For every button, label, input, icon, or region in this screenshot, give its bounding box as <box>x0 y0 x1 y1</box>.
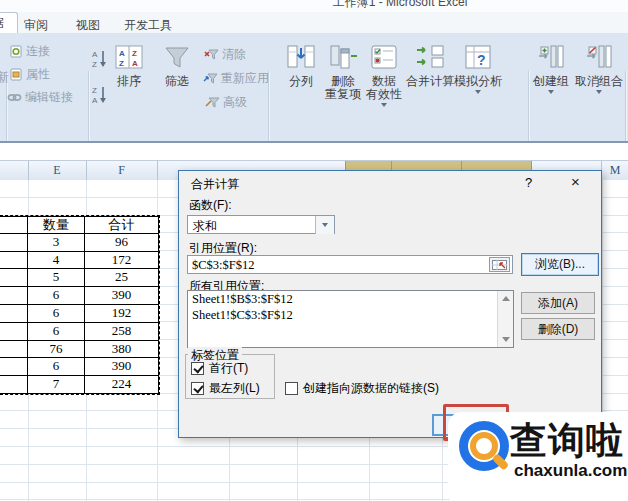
clear-filter-button[interactable]: 清除 <box>204 48 246 61</box>
range-picker-icon <box>492 260 507 270</box>
watermark-brand: 查询啦 <box>510 416 624 466</box>
svg-text:A: A <box>92 96 98 105</box>
watermark-logo: 查询啦 chaxunla.com <box>448 412 628 501</box>
top-row-checkbox[interactable]: 首行(T) <box>191 360 248 377</box>
left-column-label: 最左列(L) <box>209 380 260 397</box>
scroll-down-icon[interactable] <box>502 337 510 342</box>
list-scrollbar[interactable] <box>497 291 513 347</box>
svg-text:A: A <box>92 50 98 59</box>
help-button[interactable]: ? <box>525 175 532 190</box>
reference-list-item[interactable]: Sheet1!$C$3:$F$12 <box>188 307 513 323</box>
sort-ascending-button[interactable]: AZ <box>92 49 108 73</box>
reapply-filter-icon <box>203 72 218 85</box>
scroll-up-icon[interactable] <box>502 296 510 301</box>
top-row-label: 首行(T) <box>209 360 248 377</box>
text-to-columns-button[interactable]: 分列 <box>282 44 320 88</box>
browse-button[interactable]: 浏览(B)... <box>521 253 599 276</box>
collapse-dialog-button[interactable] <box>489 257 510 272</box>
dropdown-arrow-icon <box>475 90 481 94</box>
svg-text:Z: Z <box>119 59 124 68</box>
advanced-filter-icon <box>205 96 220 109</box>
create-links-label: 创建指向源数据的链接(S) <box>303 380 439 397</box>
properties-button[interactable]: 属性 <box>10 68 50 81</box>
selection-marching-ants <box>0 215 160 395</box>
clear-filter-icon <box>204 48 219 61</box>
ribbon-tab-strip: 据 审阅 视图 开发工具 <box>0 12 628 34</box>
ungroup-icon <box>585 44 613 71</box>
connection-icon <box>10 45 23 58</box>
reference-input[interactable]: $C$3:$F$12 <box>187 255 513 274</box>
create-links-checkbox[interactable]: 创建指向源数据的链接(S) <box>285 380 439 397</box>
window-title: 工作簿1 - Microsoft Excel <box>290 0 510 11</box>
svg-text:A: A <box>119 49 125 58</box>
function-dropdown[interactable]: 求和 <box>187 215 335 234</box>
sort-za-icon: ZA <box>92 85 108 105</box>
data-validation-button[interactable]: 数据 有效性 <box>362 44 406 107</box>
add-button[interactable]: 添加(A) <box>521 292 595 314</box>
edit-links-icon <box>7 91 22 104</box>
filter-funnel-icon <box>163 45 191 71</box>
consolidate-icon <box>415 44 445 71</box>
consolidate-dialog: 合并计算 ? × 函数(F): 求和 引用位置(R): $C$3:$F$12 浏… <box>178 170 602 438</box>
data-validation-icon <box>369 44 399 71</box>
remove-duplicates-button[interactable]: 删除 重复项 <box>322 44 364 101</box>
create-group-icon <box>537 44 565 71</box>
checkbox-checked-icon[interactable] <box>191 362 204 375</box>
checkbox-unchecked-icon[interactable] <box>285 382 298 395</box>
advanced-filter-button[interactable]: 高级 <box>205 96 247 109</box>
reference-list-item[interactable]: Sheet1!$B$3:$F$12 <box>188 291 513 307</box>
reference-value: $C$3:$F$12 <box>192 258 255 273</box>
svg-text:Z: Z <box>132 49 137 58</box>
sort-button[interactable]: AZZA 排序 <box>110 45 148 88</box>
text-to-columns-icon <box>286 44 316 71</box>
ungroup-button[interactable]: 取消组合 <box>574 44 624 94</box>
function-value: 求和 <box>193 218 217 235</box>
tab-data-active-partial[interactable]: 据 <box>0 12 18 34</box>
reapply-filter-button[interactable]: 重新应用 <box>203 72 269 85</box>
refresh-all-partial[interactable]: 新 <box>0 71 9 84</box>
watermark-site: chaxunla.com <box>514 461 627 481</box>
all-references-list[interactable]: Sheet1!$B$3:$F$12Sheet1!$C$3:$F$12 <box>187 290 514 348</box>
svg-text:Z: Z <box>92 60 97 69</box>
filter-button[interactable]: 筛选 <box>158 45 196 88</box>
checkbox-checked-icon[interactable] <box>191 382 204 395</box>
dialog-title: 合并计算 <box>191 176 239 193</box>
excel-window: 工作簿1 - Microsoft Excel 据 审阅 视图 开发工具 新 连接… <box>0 0 628 501</box>
sort-dialog-icon: AZZA <box>115 45 143 71</box>
dropdown-arrow-icon <box>548 90 554 94</box>
svg-text:A: A <box>132 59 138 68</box>
svg-text:Z: Z <box>92 86 97 95</box>
dropdown-arrow-icon <box>381 103 387 107</box>
function-label: 函数(F): <box>189 197 232 214</box>
remove-duplicates-icon <box>328 44 358 71</box>
ribbon: 新 连接 属性 编辑链接 连接 AZ ZA AZZA 排序 筛选 <box>0 33 628 141</box>
close-icon[interactable]: × <box>571 175 580 189</box>
dropdown-arrow-icon <box>596 90 602 94</box>
sort-descending-button[interactable]: ZA <box>92 85 108 109</box>
connections-button[interactable]: 连接 <box>10 45 50 58</box>
left-column-checkbox[interactable]: 最左列(L) <box>191 380 260 397</box>
what-if-analysis-icon: ? <box>463 44 493 71</box>
delete-button[interactable]: 删除(D) <box>521 318 595 340</box>
create-group-button[interactable]: 创建组 <box>530 44 572 94</box>
formula-bar-strip <box>0 143 628 160</box>
what-if-analysis-button[interactable]: ? 模拟分析 <box>452 44 504 94</box>
svg-text:?: ? <box>477 52 486 68</box>
properties-icon <box>10 68 23 81</box>
sort-az-icon: AZ <box>92 49 108 69</box>
title-bar: 工作簿1 - Microsoft Excel <box>0 0 628 12</box>
chevron-down-icon[interactable] <box>315 216 334 234</box>
column-header-m[interactable]: M <box>602 163 628 178</box>
consolidate-button[interactable]: 合并计算 <box>404 44 456 88</box>
edit-links-button[interactable]: 编辑链接 <box>7 91 73 104</box>
column-header-e[interactable]: E <box>28 163 86 178</box>
column-header-f[interactable]: F <box>86 163 157 178</box>
